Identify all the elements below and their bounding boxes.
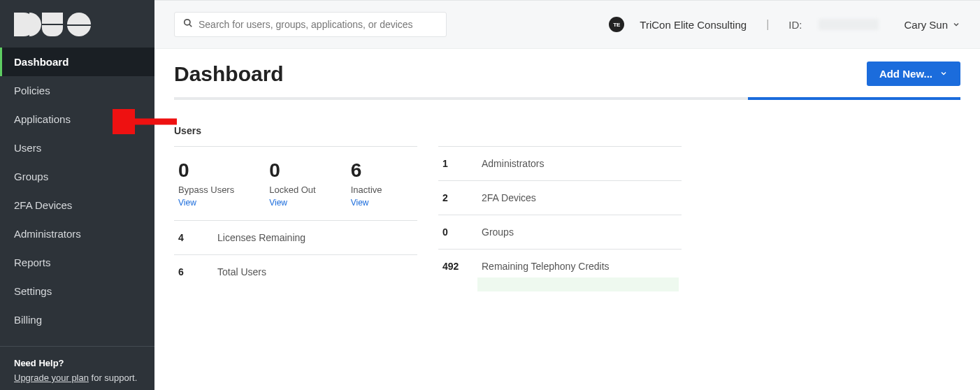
- sidebar-item-2fa-devices[interactable]: 2FA Devices: [0, 191, 154, 219]
- row-label: Total Users: [217, 266, 266, 277]
- help-upgrade-suffix: for support.: [89, 373, 137, 383]
- row-value: 2: [442, 192, 462, 203]
- upgrade-plan-link[interactable]: Upgrade your plan: [14, 373, 89, 383]
- row-value: 6: [178, 266, 198, 277]
- users-column: Users 0 Bypass Users View 0 Locked Out V…: [174, 125, 417, 297]
- duo-logo: [0, 0, 154, 48]
- sidebar-item-applications[interactable]: Applications: [0, 105, 154, 133]
- row-groups: 0 Groups: [438, 215, 682, 249]
- search-icon: [183, 18, 193, 31]
- tile-inactive: 6 Inactive View: [351, 159, 382, 208]
- row-value: 1: [442, 158, 462, 169]
- sidebar-item-groups[interactable]: Groups: [0, 162, 154, 191]
- tile-label: Bypass Users: [178, 185, 234, 195]
- sidebar-item-billing[interactable]: Billing: [0, 305, 154, 334]
- page-header: Dashboard Add New...: [154, 49, 980, 86]
- row-administrators: 1 Administrators: [438, 146, 682, 180]
- tile-bypass-users: 0 Bypass Users View: [178, 159, 234, 208]
- user-tiles: 0 Bypass Users View 0 Locked Out View 6 …: [174, 146, 417, 220]
- page-title: Dashboard: [174, 62, 284, 86]
- row-value: 4: [178, 232, 198, 243]
- row-2fa-devices: 2 2FA Devices: [438, 180, 682, 215]
- main: TE TriCon Elite Consulting | ID: Cary Su…: [154, 0, 980, 390]
- users-section-title: Users: [174, 125, 417, 136]
- summary-column: 1 Administrators 2 2FA Devices 0 Groups …: [438, 125, 682, 297]
- sidebar: Dashboard Policies Applications Users Gr…: [0, 0, 154, 390]
- id-label: ID:: [788, 19, 802, 31]
- topbar: TE TriCon Elite Consulting | ID: Cary Su…: [154, 0, 980, 49]
- view-link[interactable]: View: [351, 198, 382, 208]
- help-section: Need Help? Upgrade your plan for support…: [0, 346, 154, 390]
- svg-point-2: [185, 20, 190, 25]
- tile-value: 0: [269, 159, 316, 182]
- account-badge: TE: [609, 17, 624, 32]
- row-licenses-remaining: 4 Licenses Remaining: [174, 220, 417, 254]
- view-link[interactable]: View: [178, 198, 234, 208]
- search-box[interactable]: [174, 12, 447, 37]
- help-title: Need Help?: [14, 358, 140, 368]
- row-total-users: 6 Total Users: [174, 254, 417, 289]
- view-link[interactable]: View: [269, 198, 316, 208]
- svg-rect-1: [42, 13, 63, 24]
- sidebar-item-settings[interactable]: Settings: [0, 277, 154, 305]
- row-value: 492: [442, 261, 462, 272]
- sidebar-nav: Dashboard Policies Applications Users Gr…: [0, 48, 154, 334]
- row-telephony-credits: 492 Remaining Telephony Credits: [438, 249, 682, 297]
- content: Users 0 Bypass Users View 0 Locked Out V…: [154, 100, 980, 297]
- help-upgrade: Upgrade your plan for support.: [14, 373, 140, 383]
- sidebar-item-reports[interactable]: Reports: [0, 248, 154, 277]
- tile-value: 0: [178, 159, 234, 182]
- id-value-redacted: [819, 19, 879, 30]
- add-new-label: Add New...: [879, 68, 932, 80]
- row-label: Licenses Remaining: [217, 232, 305, 243]
- sidebar-item-dashboard[interactable]: Dashboard: [0, 48, 154, 76]
- tile-locked-out: 0 Locked Out View: [269, 159, 316, 208]
- tile-value: 6: [351, 159, 382, 182]
- tile-label: Locked Out: [269, 185, 316, 195]
- sidebar-item-policies[interactable]: Policies: [0, 76, 154, 105]
- user-name: Cary Sun: [904, 19, 948, 31]
- search-input[interactable]: [199, 19, 438, 30]
- telephony-credits-bar: [477, 277, 679, 291]
- add-new-button[interactable]: Add New...: [867, 62, 960, 86]
- chevron-down-icon: [939, 68, 948, 80]
- row-label: 2FA Devices: [482, 192, 536, 203]
- user-dropdown[interactable]: Cary Sun: [904, 19, 960, 31]
- chevron-down-icon: [952, 19, 960, 31]
- sidebar-item-administrators[interactable]: Administrators: [0, 219, 154, 248]
- account-name: TriCon Elite Consulting: [640, 19, 747, 31]
- row-label: Groups: [482, 226, 514, 238]
- separator: |: [766, 18, 769, 31]
- sidebar-item-users[interactable]: Users: [0, 133, 154, 162]
- tile-label: Inactive: [351, 185, 382, 195]
- row-label: Remaining Telephony Credits: [482, 261, 610, 272]
- row-value: 0: [442, 226, 462, 238]
- progress-track: [174, 97, 960, 100]
- progress-fill: [748, 97, 960, 100]
- row-label: Administrators: [482, 158, 544, 169]
- svg-line-3: [189, 24, 192, 27]
